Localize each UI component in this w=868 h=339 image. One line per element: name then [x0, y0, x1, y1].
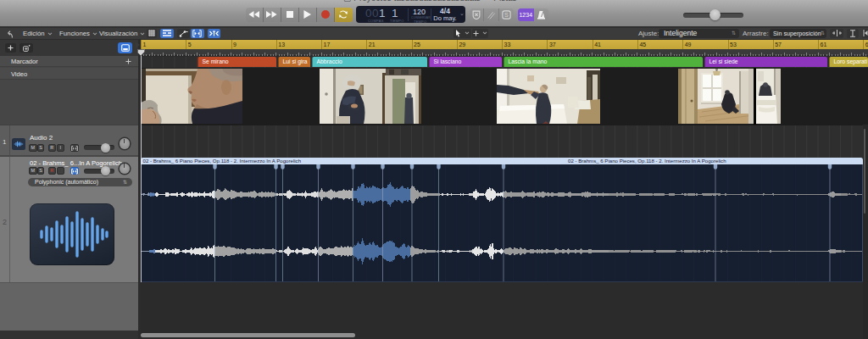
svg-text:S: S [504, 12, 509, 19]
